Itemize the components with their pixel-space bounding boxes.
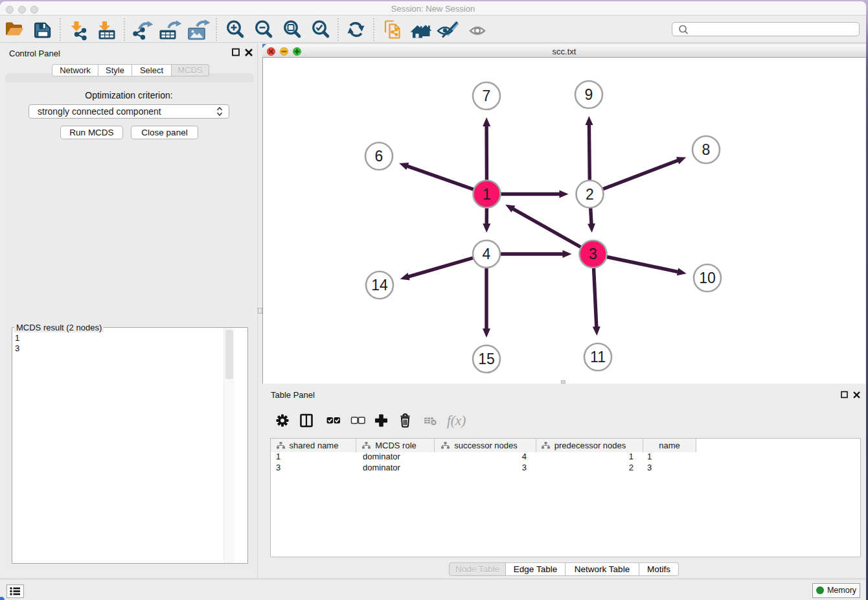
svg-text:4: 4 bbox=[483, 246, 491, 262]
svg-text:3: 3 bbox=[589, 246, 597, 262]
svg-text:15: 15 bbox=[478, 351, 495, 367]
svg-text:1: 1 bbox=[483, 186, 491, 203]
svg-text:14: 14 bbox=[371, 277, 388, 294]
svg-text:6: 6 bbox=[375, 148, 383, 165]
svg-text:8: 8 bbox=[702, 141, 711, 158]
svg-text:10: 10 bbox=[699, 270, 716, 286]
svg-text:7: 7 bbox=[483, 87, 491, 104]
svg-text:11: 11 bbox=[590, 349, 606, 365]
svg-text:2: 2 bbox=[586, 186, 594, 203]
svg-text:f(x): f(x) bbox=[447, 413, 466, 428]
svg-text:9: 9 bbox=[585, 86, 593, 103]
